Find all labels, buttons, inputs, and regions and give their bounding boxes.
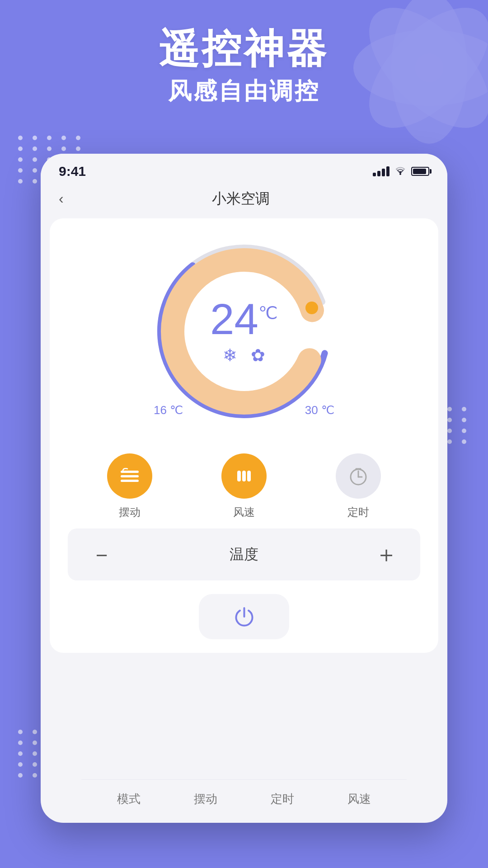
tab-swing[interactable]: 摆动 bbox=[185, 789, 226, 809]
svg-rect-16 bbox=[247, 471, 251, 481]
svg-rect-13 bbox=[121, 480, 139, 482]
signal-icon bbox=[373, 166, 389, 176]
temp-increase-button[interactable]: ＋ bbox=[371, 539, 402, 570]
temperature-dial[interactable]: 24℃ ❄ ✿ 16 ℃ 30 ℃ bbox=[145, 232, 343, 431]
hero-subtitle: 风感自由调控 bbox=[0, 75, 488, 107]
temp-min: 16 ℃ bbox=[154, 403, 183, 417]
nav-title: 小米空调 bbox=[70, 189, 411, 209]
hero-title: 遥控神器 bbox=[0, 27, 488, 71]
sun-icon[interactable]: ✿ bbox=[251, 345, 265, 365]
svg-rect-15 bbox=[242, 471, 246, 481]
power-section bbox=[63, 590, 425, 653]
tab-speed[interactable]: 风速 bbox=[338, 789, 380, 809]
svg-point-5 bbox=[399, 173, 401, 175]
swing-button[interactable] bbox=[107, 453, 152, 499]
swing-control[interactable]: 摆动 bbox=[107, 453, 152, 519]
speed-label: 风速 bbox=[233, 505, 255, 519]
wifi-icon bbox=[394, 165, 407, 178]
back-button[interactable]: ‹ bbox=[59, 188, 70, 209]
swing-label: 摆动 bbox=[119, 505, 141, 519]
cool-icon[interactable]: ❄ bbox=[223, 345, 237, 365]
battery-icon bbox=[411, 167, 429, 176]
temperature-display: 24℃ bbox=[210, 297, 278, 341]
nav-bar: ‹ 小米空调 bbox=[41, 184, 447, 218]
temp-decrease-button[interactable]: － bbox=[86, 539, 117, 570]
svg-point-10 bbox=[305, 302, 318, 314]
tab-timer[interactable]: 定时 bbox=[262, 789, 303, 809]
temp-unit: ℃ bbox=[258, 304, 278, 323]
content-area: 24℃ ❄ ✿ 16 ℃ 30 ℃ bbox=[50, 218, 438, 653]
speed-button[interactable] bbox=[221, 453, 267, 499]
phone-card: 9:41 ‹ 小米空调 bbox=[41, 154, 447, 823]
svg-rect-14 bbox=[237, 471, 241, 481]
mode-icons: ❄ ✿ bbox=[210, 345, 278, 365]
temp-max: 30 ℃ bbox=[305, 403, 334, 417]
timer-control[interactable]: 定时 bbox=[336, 453, 381, 519]
status-time: 9:41 bbox=[59, 164, 86, 179]
dial-center: 24℃ ❄ ✿ bbox=[210, 297, 278, 365]
timer-button[interactable] bbox=[336, 453, 381, 499]
temp-control-label: 温度 bbox=[230, 545, 258, 565]
speed-control[interactable]: 风速 bbox=[221, 453, 267, 519]
svg-rect-12 bbox=[121, 475, 139, 477]
temperature-control: － 温度 ＋ bbox=[68, 528, 420, 580]
controls-row: 摆动 风速 bbox=[63, 440, 425, 528]
power-button[interactable] bbox=[199, 594, 289, 639]
status-bar: 9:41 bbox=[41, 154, 447, 184]
status-icons bbox=[373, 165, 429, 178]
bottom-tab-bar: 模式 摆动 定时 风速 bbox=[81, 779, 407, 823]
timer-label: 定时 bbox=[347, 505, 369, 519]
hero-section: 遥控神器 风感自由调控 bbox=[0, 27, 488, 107]
tab-mode[interactable]: 模式 bbox=[108, 789, 150, 809]
